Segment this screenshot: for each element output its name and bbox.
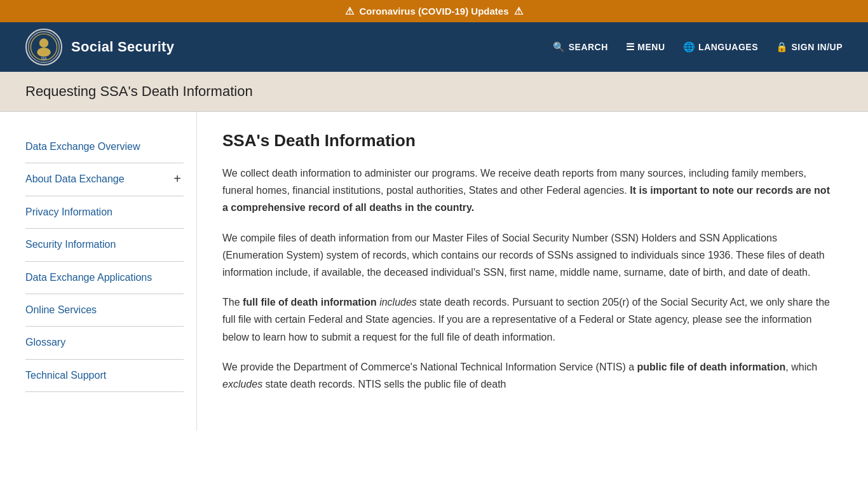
menu-nav-item[interactable]: ☰ MENU [626, 41, 665, 53]
page-title-bar: Requesting SSA's Death Information [0, 72, 868, 112]
p4-rest: state death records. NTIS sells the publ… [262, 379, 506, 390]
p4-intro: We provide the Department of Commerce's … [222, 362, 637, 372]
svg-point-2 [39, 39, 48, 48]
p3-intro: The [222, 297, 243, 308]
languages-label: LANGUAGES [698, 42, 758, 52]
sidebar-link-data-exchange-overview[interactable]: Data Exchange Overview [25, 140, 184, 154]
p4-comma: , which [785, 362, 817, 372]
main-content: SSA's Death Information We collect death… [197, 112, 868, 431]
warning-icon-2: ⚠ [514, 5, 523, 17]
signin-nav-item[interactable]: 🔒 SIGN IN/UP [776, 41, 843, 53]
main-heading: SSA's Death Information [222, 131, 836, 151]
p4-bold: public file of death information [637, 362, 786, 372]
paragraph-3: The full file of death information inclu… [222, 294, 836, 346]
globe-icon: 🌐 [683, 41, 696, 53]
search-label: SEARCH [569, 42, 608, 52]
sidebar-item-privacy-information[interactable]: Privacy Information [25, 196, 184, 229]
search-nav-item[interactable]: 🔍 SEARCH [553, 41, 608, 53]
warning-icon: ⚠ [345, 5, 354, 17]
p4-italic: excludes [222, 379, 262, 390]
sidebar-item-about-data-exchange[interactable]: About Data Exchange + [25, 163, 184, 196]
signin-label: SIGN IN/UP [792, 42, 843, 52]
sidebar-link-privacy-information[interactable]: Privacy Information [25, 205, 184, 219]
p3-bold: full file of death information [243, 297, 377, 308]
p2-normal: We compile files of death information fr… [222, 233, 825, 278]
page-title: Requesting SSA's Death Information [25, 83, 843, 100]
menu-label: MENU [637, 42, 665, 52]
content-wrapper: Data Exchange Overview About Data Exchan… [0, 112, 868, 431]
site-header: SSA Social Security 🔍 SEARCH ☰ MENU 🌐 LA… [0, 22, 868, 72]
sidebar-link-technical-support[interactable]: Technical Support [25, 369, 184, 383]
sidebar-item-glossary[interactable]: Glossary [25, 327, 184, 359]
alert-bar[interactable]: ⚠ Coronavirus (COVID-19) Updates ⚠ [0, 0, 868, 22]
sidebar-item-data-exchange-overview[interactable]: Data Exchange Overview [25, 131, 184, 163]
sidebar-item-security-information[interactable]: Security Information [25, 229, 184, 261]
sidebar-link-about-data-exchange[interactable]: About Data Exchange [25, 172, 171, 186]
svg-point-3 [37, 48, 51, 57]
sidebar-item-technical-support[interactable]: Technical Support [25, 360, 184, 392]
sidebar-link-data-exchange-applications[interactable]: Data Exchange Applications [25, 271, 184, 285]
sidebar-link-security-information[interactable]: Security Information [25, 238, 184, 252]
svg-text:SSA: SSA [41, 57, 47, 60]
menu-icon: ☰ [626, 41, 635, 53]
paragraph-1: We collect death information to administ… [222, 165, 836, 217]
search-icon: 🔍 [553, 41, 566, 53]
ssa-logo: SSA [25, 29, 62, 65]
paragraph-2: We compile files of death information fr… [222, 229, 836, 281]
header-nav: 🔍 SEARCH ☰ MENU 🌐 LANGUAGES 🔒 SIGN IN/UP [553, 41, 843, 53]
sidebar-item-data-exchange-applications[interactable]: Data Exchange Applications [25, 262, 184, 294]
languages-nav-item[interactable]: 🌐 LANGUAGES [683, 41, 758, 53]
lock-icon: 🔒 [776, 41, 789, 53]
alert-text: Coronavirus (COVID-19) Updates [359, 6, 508, 17]
expand-about-data-exchange-button[interactable]: + [171, 172, 184, 185]
sidebar-link-glossary[interactable]: Glossary [25, 336, 184, 349]
paragraph-4: We provide the Department of Commerce's … [222, 358, 836, 393]
site-title: Social Security [71, 39, 174, 55]
sidebar: Data Exchange Overview About Data Exchan… [0, 112, 197, 431]
p3-italic: includes [379, 297, 417, 308]
header-logo-area: SSA Social Security [25, 29, 174, 65]
sidebar-link-online-services[interactable]: Online Services [25, 303, 184, 317]
sidebar-item-online-services[interactable]: Online Services [25, 294, 184, 327]
